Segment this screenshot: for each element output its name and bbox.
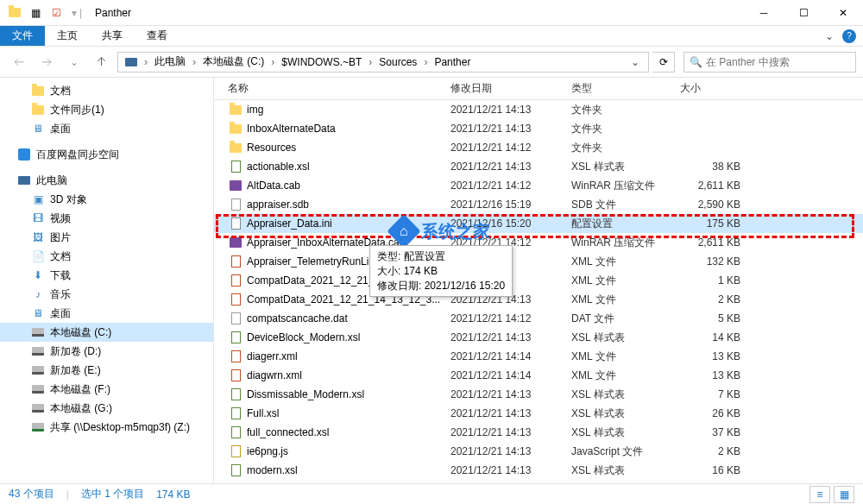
chevron-right-icon: ›: [191, 56, 198, 68]
file-row[interactable]: diagerr.xml2021/12/21 14:14XML 文件13 KB: [214, 347, 863, 366]
folder-app-icon: [5, 3, 24, 22]
search-box[interactable]: 🔍: [683, 52, 856, 72]
col-header-date[interactable]: 修改日期: [450, 81, 571, 96]
file-row[interactable]: ie6png.js2021/12/21 14:13JavaScript 文件2 …: [214, 442, 863, 461]
sidebar-item[interactable]: ♪音乐: [0, 285, 213, 304]
search-input[interactable]: [706, 56, 850, 68]
file-row[interactable]: modern.xsl2021/12/21 14:13XSL 样式表16 KB: [214, 461, 863, 480]
minimize-button[interactable]: ─: [744, 0, 784, 26]
sidebar-item-label: 桌面: [50, 122, 71, 136]
folder-icon: [228, 103, 243, 117]
file-name: diagwrn.xml: [247, 369, 450, 381]
back-button[interactable]: 🡠: [7, 50, 31, 74]
status-size: 174 KB: [156, 488, 190, 501]
file-size: 5 KB: [680, 312, 740, 324]
sidebar-item[interactable]: 百度网盘同步空间: [0, 145, 213, 164]
sidebar-item[interactable]: 本地磁盘 (G:): [0, 399, 213, 418]
file-size: 26 KB: [680, 407, 740, 419]
sidebar-item-label: 桌面: [50, 306, 71, 321]
view-icons-button[interactable]: ▦: [834, 486, 854, 503]
qat-checkbox-icon[interactable]: ☑: [47, 3, 66, 22]
file-list: 名称 修改日期 类型 大小 img2021/12/21 14:13文件夹Inbo…: [214, 78, 863, 483]
sidebar-item[interactable]: ⬇下载: [0, 266, 213, 285]
file-row[interactable]: appraiser.sdb2021/12/16 15:19SDB 文件2,590…: [214, 195, 863, 214]
file-row[interactable]: Dissmissable_Modern.xsl2021/12/21 14:13X…: [214, 385, 863, 404]
sidebar-item[interactable]: ▣3D 对象: [0, 190, 213, 209]
ribbon-tab-share[interactable]: 共享: [90, 26, 135, 46]
file-row[interactable]: InboxAlternateData2021/12/21 14:13文件夹: [214, 119, 863, 138]
recent-dropdown[interactable]: ⌄: [62, 50, 86, 74]
file-row[interactable]: Resources2021/12/21 14:12文件夹: [214, 138, 863, 157]
breadcrumb-item[interactable]: 此电脑: [151, 53, 189, 72]
file-row[interactable]: diagwrn.xml2021/12/21 14:14XML 文件13 KB: [214, 366, 863, 385]
forward-button[interactable]: 🡢: [35, 50, 59, 74]
refresh-button[interactable]: ⟳: [652, 52, 675, 72]
sidebar-item[interactable]: 🖼图片: [0, 228, 213, 247]
folder-icon: [228, 122, 243, 135]
sidebar-item-label: 视频: [50, 211, 71, 226]
help-icon[interactable]: ?: [842, 29, 856, 43]
col-header-type[interactable]: 类型: [571, 81, 680, 96]
file-row[interactable]: DeviceBlock_Modern.xsl2021/12/21 14:13XS…: [214, 328, 863, 347]
breadcrumb-item[interactable]: 本地磁盘 (C:): [199, 53, 268, 72]
file-name: full_connected.xsl: [247, 426, 450, 438]
maximize-button[interactable]: ☐: [784, 0, 823, 26]
col-header-size[interactable]: 大小: [680, 81, 758, 96]
titlebar: ▦ ☑ ▾ | Panther ─ ☐ ✕: [0, 0, 863, 26]
file-row[interactable]: AltData.cab2021/12/21 14:12WinRAR 压缩文件2,…: [214, 176, 863, 195]
file-name: InboxAlternateData: [247, 123, 450, 135]
sidebar-item[interactable]: 文档: [0, 81, 213, 100]
ribbon-tab-home[interactable]: 主页: [45, 26, 90, 46]
breadcrumb-root-icon[interactable]: [122, 53, 141, 72]
qat-properties-icon[interactable]: ▦: [26, 3, 45, 22]
ribbon-tab-view[interactable]: 查看: [135, 26, 180, 46]
ribbon-expand-icon[interactable]: ⌄: [825, 30, 834, 42]
xsl-icon: [228, 387, 243, 401]
sidebar-item[interactable]: 本地磁盘 (F:): [0, 380, 213, 399]
breadcrumb-item[interactable]: $WINDOWS.~BT: [278, 53, 365, 72]
file-type: XSL 样式表: [571, 387, 680, 402]
file-size: 13 KB: [680, 369, 740, 381]
sidebar[interactable]: 文档文件同步(1)🖥桌面 百度网盘同步空间 此电脑 ▣3D 对象🎞视频🖼图片📄文…: [0, 78, 214, 483]
file-type: XSL 样式表: [571, 160, 680, 174]
music-icon: ♪: [31, 287, 45, 301]
file-date: 2021/12/16 15:20: [450, 217, 571, 230]
file-row[interactable]: compatscancache.dat2021/12/21 14:12DAT 文…: [214, 309, 863, 328]
file-name: DeviceBlock_Modern.xsl: [247, 331, 450, 343]
file-size: 2,611 KB: [680, 180, 740, 192]
file-row[interactable]: Appraiser_InboxAlternateData.cab2021/12/…: [214, 233, 863, 252]
file-row[interactable]: Appraiser_TelemetryRunList.xmlXML 文件132 …: [214, 252, 863, 271]
file-date: 2021/12/21 14:13: [450, 407, 571, 419]
sidebar-item[interactable]: 新加卷 (D:): [0, 342, 213, 361]
sidebar-item[interactable]: 🖥桌面: [0, 119, 213, 138]
file-row[interactable]: Full.xsl2021/12/21 14:13XSL 样式表26 KB: [214, 404, 863, 423]
sidebar-item[interactable]: 文件同步(1): [0, 100, 213, 119]
cab-icon: [228, 179, 243, 192]
breadcrumb-item[interactable]: Sources: [375, 53, 420, 72]
close-button[interactable]: ✕: [823, 0, 863, 26]
file-row[interactable]: actionable.xsl2021/12/21 14:13XSL 样式表38 …: [214, 157, 863, 176]
sidebar-item[interactable]: 📄文档: [0, 247, 213, 266]
col-header-name[interactable]: 名称: [228, 81, 450, 96]
file-row[interactable]: CompatData_2021_12_21_14_13_08...XML 文件1…: [214, 271, 863, 290]
file-row[interactable]: img2021/12/21 14:13文件夹: [214, 100, 863, 119]
sidebar-item[interactable]: 新加卷 (E:): [0, 361, 213, 380]
sidebar-item[interactable]: 🎞视频: [0, 209, 213, 228]
file-type: XML 文件: [571, 255, 680, 269]
file-row[interactable]: Appraiser_Data.ini2021/12/16 15:20配置设置17…: [214, 214, 863, 233]
breadcrumb-dropdown[interactable]: ⌄: [626, 56, 645, 68]
view-details-button[interactable]: ≡: [809, 486, 830, 503]
ribbon-tab-file[interactable]: 文件: [0, 26, 45, 46]
cab-icon: [228, 236, 243, 249]
xml-icon: [228, 255, 243, 268]
sidebar-item[interactable]: 本地磁盘 (C:): [0, 323, 213, 342]
file-name: Full.xsl: [247, 407, 450, 419]
sidebar-item[interactable]: 共享 (\\Desktop-m5mqp3f) (Z:): [0, 418, 213, 437]
breadcrumb[interactable]: › 此电脑 › 本地磁盘 (C:) › $WINDOWS.~BT › Sourc…: [117, 52, 649, 72]
file-row[interactable]: full_connected.xsl2021/12/21 14:13XSL 样式…: [214, 423, 863, 442]
up-button[interactable]: 🡡: [90, 50, 114, 74]
breadcrumb-item[interactable]: Panther: [431, 53, 474, 72]
file-row[interactable]: CompatData_2021_12_21_14_13_12_3...2021/…: [214, 290, 863, 309]
sidebar-item[interactable]: 🖥桌面: [0, 304, 213, 323]
sidebar-this-pc[interactable]: 此电脑: [0, 171, 213, 190]
